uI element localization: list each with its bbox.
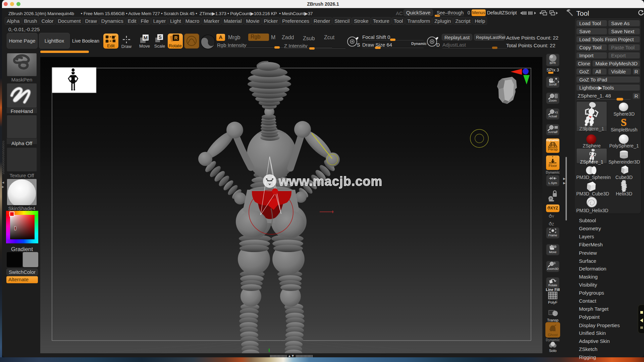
- svg-text:www.macjb.com: www.macjb.com: [278, 174, 382, 188]
- svg-text:S: S: [159, 35, 162, 40]
- svg-text:x1: x1: [555, 111, 558, 114]
- svg-text:D: D: [436, 42, 440, 48]
- svg-text:S: S: [621, 117, 627, 127]
- svg-text:R: R: [174, 35, 177, 41]
- svg-text:S: S: [357, 42, 360, 48]
- svg-text:M: M: [144, 35, 148, 41]
